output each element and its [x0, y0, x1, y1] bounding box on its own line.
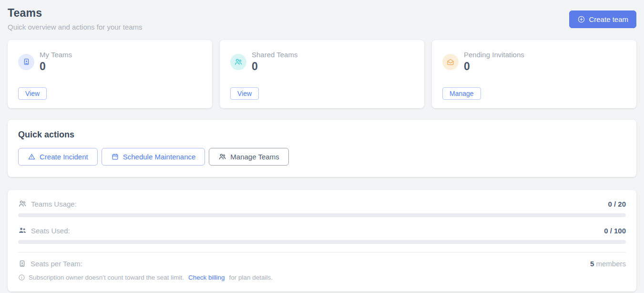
quick-actions-panel: Quick actions Create Incident — [8, 120, 636, 177]
usage-divider — [18, 252, 626, 252]
my-teams-view-button[interactable]: View — [18, 87, 47, 100]
my-teams-count: 0 — [40, 60, 72, 73]
shared-teams-card: Shared Teams 0 View — [220, 40, 424, 108]
my-teams-card-text: My Teams 0 — [40, 51, 72, 73]
seats-used-value: 0 / 100 — [604, 227, 626, 235]
plus-circle-icon — [577, 15, 585, 23]
my-teams-label: My Teams — [40, 51, 72, 59]
warning-triangle-icon — [28, 153, 36, 161]
quick-actions-title: Quick actions — [18, 130, 626, 140]
contact-badge-icon — [18, 260, 26, 268]
manage-teams-button[interactable]: Manage Teams — [209, 148, 288, 166]
manage-teams-label: Manage Teams — [230, 153, 279, 161]
create-incident-label: Create Incident — [40, 153, 88, 161]
teams-usage-progressbar — [18, 213, 626, 217]
page-header-text: Teams Quick overview and actions for you… — [8, 7, 143, 31]
people-group-icon — [230, 54, 246, 70]
shared-teams-card-top: Shared Teams 0 — [230, 51, 414, 73]
teams-usage-label: Teams Usage: — [31, 200, 77, 208]
seats-per-team-unit: members — [596, 260, 626, 268]
people-outline-icon — [18, 199, 27, 208]
people-outline-icon — [218, 153, 226, 161]
schedule-maintenance-label: Schedule Maintenance — [123, 153, 196, 161]
seats-per-team-row: Seats per Team: 5 members — [18, 260, 626, 268]
calendar-icon — [111, 153, 119, 161]
page-subtitle: Quick overview and actions for your team… — [8, 23, 143, 31]
pending-invitations-count: 0 — [464, 60, 524, 73]
seats-used-left: Seats Used: — [18, 226, 70, 235]
schedule-maintenance-button[interactable]: Schedule Maintenance — [102, 148, 205, 166]
footnote-text: Subscription owner doesn't count toward … — [29, 274, 184, 281]
my-teams-card-top: My Teams 0 — [18, 51, 202, 73]
shared-teams-card-text: Shared Teams 0 — [252, 51, 297, 73]
seats-used-progressbar — [18, 240, 626, 244]
people-filled-icon — [18, 226, 27, 235]
teams-usage-value: 0 / 20 — [608, 200, 626, 208]
teams-usage-left: Teams Usage: — [18, 199, 77, 208]
pending-invitations-card: Pending Invitations 0 Manage — [432, 40, 636, 108]
create-team-button[interactable]: Create team — [569, 10, 636, 28]
contact-badge-icon — [18, 54, 34, 70]
shared-teams-count: 0 — [252, 60, 297, 73]
info-circle-icon — [18, 274, 25, 281]
create-team-label: Create team — [589, 15, 628, 23]
stat-cards-row: My Teams 0 View Shared Teams — [8, 40, 636, 108]
pending-invitations-card-text: Pending Invitations 0 — [464, 51, 524, 73]
seats-per-team-left: Seats per Team: — [18, 260, 82, 268]
seats-used-row: Seats Used: 0 / 100 — [18, 226, 626, 235]
pending-invitations-label: Pending Invitations — [464, 51, 524, 59]
seat-limit-footnote: Subscription owner doesn't count toward … — [18, 274, 626, 281]
usage-panel: Teams Usage: 0 / 20 Seats Used: 0 / 100 — [8, 190, 636, 292]
check-billing-link[interactable]: Check billing — [188, 274, 225, 281]
teams-usage-row: Teams Usage: 0 / 20 — [18, 199, 626, 208]
page-header: Teams Quick overview and actions for you… — [8, 7, 636, 31]
create-incident-button[interactable]: Create Incident — [18, 148, 98, 166]
seats-per-team-number: 5 — [590, 260, 594, 268]
seats-used-label: Seats Used: — [31, 227, 70, 235]
seats-per-team-value: 5 members — [590, 260, 626, 268]
mail-open-icon — [442, 54, 459, 70]
my-teams-card: My Teams 0 View — [8, 40, 212, 108]
seats-per-team-label: Seats per Team: — [31, 260, 82, 268]
pending-invitations-manage-button[interactable]: Manage — [442, 87, 481, 100]
page-title: Teams — [8, 7, 143, 20]
teams-page: Teams Quick overview and actions for you… — [0, 0, 644, 293]
shared-teams-label: Shared Teams — [252, 51, 297, 59]
quick-actions-row: Create Incident Schedule Maintenance — [18, 148, 626, 166]
shared-teams-view-button[interactable]: View — [230, 87, 259, 100]
footnote-suffix: for plan details. — [229, 274, 273, 281]
pending-invitations-card-top: Pending Invitations 0 — [442, 51, 626, 73]
